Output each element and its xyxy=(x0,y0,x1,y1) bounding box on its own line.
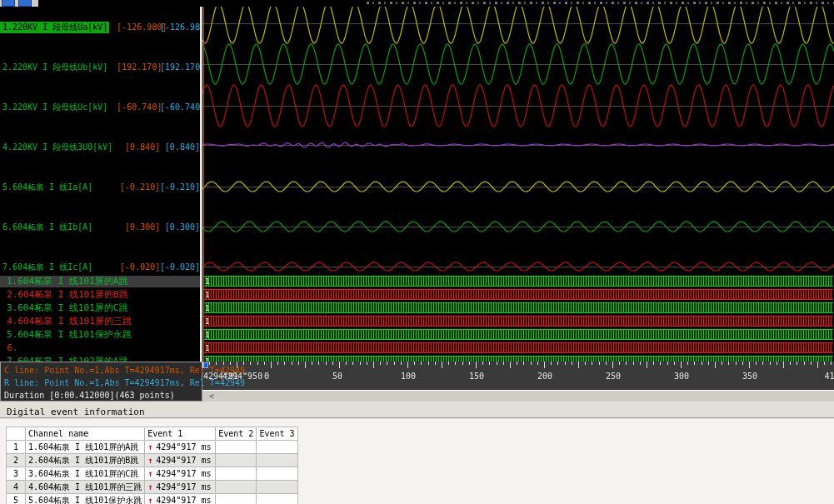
digital-channel-row-5[interactable]: 5.604柘泉 I 线101保护永跳 xyxy=(0,329,200,341)
channel-name-cell: 2.604柘泉 I 线101屏的B跳 xyxy=(26,454,145,467)
digital-channel-row-2[interactable]: 2.604柘泉 I 线101屏的B跳 xyxy=(0,289,200,301)
axis-tick xyxy=(777,362,777,365)
event3-cell xyxy=(257,467,297,481)
header-event3: Event 3 xyxy=(257,427,297,441)
axis-tick xyxy=(298,362,299,365)
axis-tick xyxy=(380,362,381,365)
analog-channel-row-6[interactable]: 6.604柘泉 I 线Ib[A][0.300][0.300] xyxy=(0,222,200,232)
time-axis[interactable]: 0501001502002503003504104294"914294"950 xyxy=(202,362,834,390)
analog-channel-row-5[interactable]: 5.604柘泉 I 线Ia[A][-0.210][-0.210] xyxy=(0,182,200,192)
axis-tick xyxy=(435,362,436,365)
axis-tick xyxy=(455,362,456,365)
axis-tick xyxy=(537,362,538,365)
analog-channel-row-2[interactable]: 2.220KV I 段母线Ub[kV][192.170][192.170] xyxy=(0,62,200,72)
digital-state-bar-6[interactable]: 1 xyxy=(203,342,833,353)
event1-cell: ↑4294"917 ms xyxy=(145,454,216,467)
analog-waveform-area[interactable] xyxy=(202,7,834,275)
digital-channel-row-3[interactable]: 3.604柘泉 I 线101屏的C跳 xyxy=(0,302,200,314)
axis-tick xyxy=(578,362,579,368)
r-cursor-value: [0.840] xyxy=(160,142,200,152)
axis-tick xyxy=(770,362,771,365)
c-cursor-value: [-60.740] xyxy=(117,102,160,112)
analog-channel-row-1[interactable]: 1.220KV I 段母线Ua[kV][-126.980][-126.980] xyxy=(0,22,200,32)
axis-tick xyxy=(462,362,463,365)
r-cursor-value: [192.170] xyxy=(160,62,200,72)
axis-tick-label: 250 xyxy=(606,372,621,381)
analog-channel-label[interactable]: 5.604柘泉 I 线Ia[A] xyxy=(0,182,94,193)
digital-state-bar-7[interactable]: 1 xyxy=(203,356,833,362)
digital-bars-area[interactable]: 1111111 xyxy=(202,275,834,362)
axis-tick-label: 150 xyxy=(469,372,484,381)
axis-tick xyxy=(277,362,278,365)
axis-tick-label: 200 xyxy=(537,372,552,381)
analog-channel-label[interactable]: 6.604柘泉 I 线Ib[A] xyxy=(0,222,94,233)
axis-tick xyxy=(209,362,210,365)
axis-tick xyxy=(831,362,832,365)
analog-channel-row-3[interactable]: 3.220KV I 段母线Uc[kV][-60.740][-60.740] xyxy=(0,102,200,112)
axis-tick-label: 50 xyxy=(332,372,342,381)
event1-cell: ↑4294"917 ms xyxy=(145,467,216,481)
analog-channel-label[interactable]: 7.604柘泉 I 线Ic[A] xyxy=(0,262,94,273)
axis-tick xyxy=(489,362,490,365)
event-table-row-1[interactable]: 11.604柘泉 I 线101屏的A跳↑4294"917 ms xyxy=(7,441,298,454)
analog-channel-label[interactable]: 1.220KV I 段母线Ua[kV] xyxy=(0,22,109,33)
digital-state-bar-5[interactable]: 1 xyxy=(203,329,833,340)
digital-event-section: Digital event information Channel name E… xyxy=(0,402,834,504)
time-cursor-line[interactable] xyxy=(203,7,204,362)
analog-channel-label[interactable]: 4.220KV I 段母线3U0[kV] xyxy=(0,142,114,153)
digital-channel-row-6[interactable]: 6. xyxy=(0,342,200,354)
digital-channel-row-7[interactable]: 7.604柘泉 I 线102屏的A跳 xyxy=(0,356,200,362)
axis-tick-label: 410 xyxy=(824,372,834,381)
axis-tick xyxy=(817,362,818,368)
r-cursor-value: [0.300] xyxy=(160,222,200,232)
r-cursor-value: [-0.210] xyxy=(160,182,200,192)
axis-tick-label: 0 xyxy=(264,372,269,381)
digital-channel-row-4[interactable]: 4.604柘泉 I 线101屏的三跳 xyxy=(0,316,200,327)
axis-tick xyxy=(271,362,272,368)
toolbar-blue-button-1[interactable] xyxy=(2,0,15,7)
event-table-row-2[interactable]: 22.604柘泉 I 线101屏的B跳↑4294"917 ms xyxy=(7,454,298,467)
axis-tick xyxy=(531,362,532,365)
digital-state-bar-4[interactable]: 1 xyxy=(203,316,833,327)
digital-state-bar-2[interactable]: 1 xyxy=(203,289,833,300)
axis-tick xyxy=(401,362,402,365)
analog-channel-row-7[interactable]: 7.604柘泉 I 线Ic[A][-0.020][-0.020] xyxy=(0,262,200,272)
analog-channel-label[interactable]: 2.220KV I 段母线Ub[kV] xyxy=(0,62,109,73)
digital-state-bar-3[interactable]: 1 xyxy=(203,302,833,313)
axis-tick xyxy=(804,362,805,365)
rising-edge-arrow-icon: ↑ xyxy=(147,442,152,452)
axis-tick xyxy=(243,362,244,365)
axis-tick xyxy=(749,362,750,368)
r-cursor-value: [-60.740] xyxy=(160,102,200,112)
rising-edge-arrow-icon: ↑ xyxy=(147,482,152,492)
axis-tick xyxy=(292,362,292,365)
event-table-row-3[interactable]: 33.604柘泉 I 线101屏的C跳↑4294"917 ms xyxy=(7,467,298,481)
axis-tick xyxy=(612,362,613,368)
event-table-row-4[interactable]: 44.604柘泉 I 线101屏的三跳↑4294"917 ms xyxy=(7,481,298,494)
analog-channel-label[interactable]: 3.220KV I 段母线Uc[kV] xyxy=(0,102,109,113)
digital-state-value: 1 xyxy=(205,290,209,301)
digital-event-information-title: Digital event information xyxy=(7,407,145,417)
scroll-left-arrow-icon[interactable]: < xyxy=(209,391,214,402)
axis-tick xyxy=(762,362,763,365)
channel-name-cell: 5.604柘泉 I 线101保护永跳 xyxy=(26,494,145,504)
axis-tick xyxy=(448,362,449,365)
axis-tick xyxy=(523,362,524,365)
axis-tick xyxy=(318,362,319,365)
digital-state-bar-1[interactable]: 1 xyxy=(203,276,833,287)
axis-tick xyxy=(414,362,415,365)
event3-cell xyxy=(257,454,297,467)
horizontal-scrollbar[interactable]: < xyxy=(202,390,834,402)
axis-tick xyxy=(667,362,668,365)
digital-state-value: 1 xyxy=(205,277,209,287)
header-channel-name: Channel name xyxy=(26,427,145,441)
axis-tick xyxy=(497,362,497,365)
toolbar-blue-button-2[interactable] xyxy=(18,0,32,7)
event-table-row-5[interactable]: 55.604柘泉 I 线101保护永跳↑4294"917 ms xyxy=(7,494,298,504)
axis-tick xyxy=(482,362,483,365)
digital-channel-row-1[interactable]: 1.604柘泉 I 线101屏的A跳 xyxy=(0,276,200,287)
analog-channel-row-4[interactable]: 4.220KV I 段母线3U0[kV][0.840][0.840] xyxy=(0,142,200,152)
header-event2: Event 2 xyxy=(216,427,257,441)
waveform-canvas[interactable] xyxy=(202,7,834,275)
channel-name-cell: 1.604柘泉 I 线101屏的A跳 xyxy=(26,441,145,454)
